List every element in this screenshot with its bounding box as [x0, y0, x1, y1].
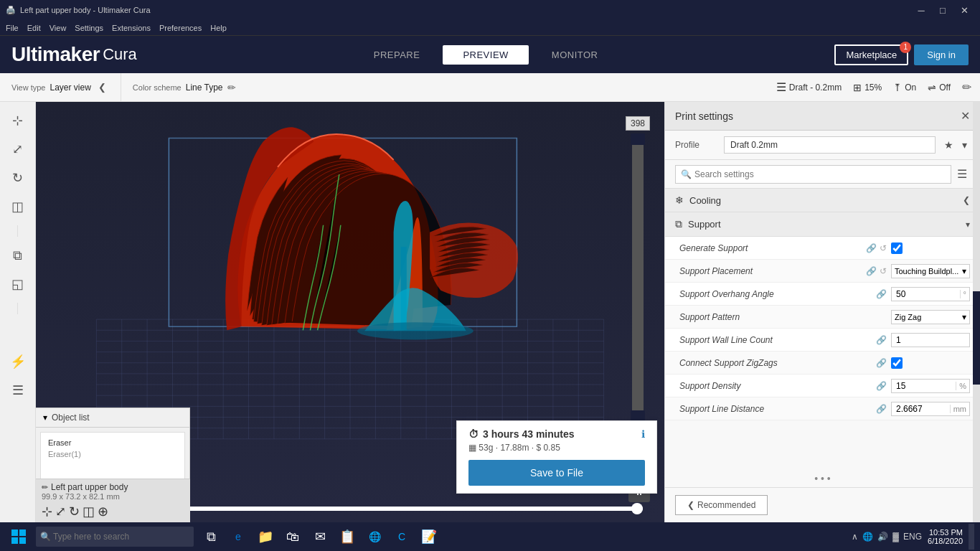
- obj-mirror-btn[interactable]: ◫: [83, 504, 95, 519]
- start-button[interactable]: [6, 524, 32, 550]
- scrollbar-track[interactable]: [973, 102, 980, 522]
- generate-support-checkbox[interactable]: [891, 242, 903, 254]
- tray-chevron[interactable]: ∧: [852, 532, 858, 542]
- show-desktop-button[interactable]: [969, 524, 974, 550]
- menu-settings[interactable]: Settings: [75, 24, 103, 32]
- overhang-angle-link-icon[interactable]: 🔗: [876, 289, 887, 299]
- generate-support-reset-icon[interactable]: ↺: [880, 243, 887, 253]
- toolbar-edit-button[interactable]: ✏: [962, 80, 971, 94]
- left-sidebar: ⊹ ⤢ ↻ ◫ ⧉ ◱ ⚡ ☰: [0, 102, 36, 522]
- toolbar-right: ☰ Draft - 0.2mm ⊞ 15% ⤒ On ⇌ Off ✏: [768, 80, 980, 94]
- obj-duplicate-btn[interactable]: ⊕: [98, 504, 108, 519]
- marketplace-button[interactable]: Marketplace 1: [834, 44, 908, 65]
- profile-dropdown-button[interactable]: ▾: [959, 138, 970, 152]
- view-type-section: View type Layer view ❮: [0, 73, 121, 101]
- close-settings-button[interactable]: ✕: [961, 109, 970, 123]
- line-distance-link-icon[interactable]: 🔗: [876, 404, 887, 414]
- cooling-section-header[interactable]: ❄ Cooling ❮: [665, 189, 980, 212]
- support-placement-link-icon[interactable]: 🔗: [866, 266, 877, 276]
- menu-file[interactable]: File: [6, 24, 19, 32]
- obj-rotate-btn[interactable]: ↻: [69, 504, 80, 519]
- taskbar-time-display[interactable]: 10:53 PM 6/18/2020: [928, 528, 963, 545]
- taskbar-chrome[interactable]: 🌐: [362, 524, 387, 550]
- sidebar-objlist-btn[interactable]: ☰: [5, 377, 31, 403]
- sidebar-rotate-btn[interactable]: ↻: [5, 165, 31, 191]
- nav-monitor[interactable]: MONITOR: [532, 45, 618, 65]
- estimate-time-row: ⏱ 3 hours 43 minutes ℹ: [468, 428, 645, 440]
- line-distance-input[interactable]: [892, 402, 950, 415]
- nav-right-actions: Marketplace 1 Sign in: [834, 44, 969, 65]
- wall-line-count-input[interactable]: [891, 333, 970, 347]
- view-type-chevron[interactable]: ❮: [95, 80, 109, 94]
- close-button[interactable]: ✕: [954, 2, 974, 18]
- resize-handle[interactable]: • • •: [665, 470, 980, 487]
- sidebar-scale-btn[interactable]: ⤢: [5, 136, 31, 162]
- estimate-details: ▦ 53g · 17.88m · $ 0.85: [468, 443, 645, 453]
- connect-zigzags-link-icon[interactable]: 🔗: [876, 358, 887, 368]
- scrollbar-thumb[interactable]: [973, 291, 980, 385]
- object-list-header[interactable]: ▾ Object list: [36, 408, 189, 428]
- recommended-label: Recommended: [697, 500, 755, 510]
- layer-slider-top-thumb[interactable]: [631, 133, 645, 145]
- save-to-file-button[interactable]: Save to File: [468, 460, 645, 486]
- menu-help[interactable]: Help: [210, 24, 227, 32]
- support-pattern-dropdown[interactable]: Zig Zag ▾: [891, 310, 970, 324]
- taskbar-search-input[interactable]: [36, 527, 194, 547]
- signin-button[interactable]: Sign in: [914, 44, 969, 65]
- main-content: ⊹ ⤢ ↻ ◫ ⧉ ◱ ⚡ ☰: [0, 102, 980, 522]
- taskbar-sticky2[interactable]: 📝: [416, 524, 442, 550]
- setting-row-connect-zigzags: Connect Support ZigZags 🔗: [665, 352, 980, 375]
- nav-prepare[interactable]: PREPARE: [354, 45, 440, 65]
- tray-speaker[interactable]: 🔊: [877, 532, 888, 542]
- object-list-item-1[interactable]: Eraser: [45, 437, 180, 448]
- support-base: [357, 322, 473, 339]
- object-list-item-2[interactable]: Eraser(1): [45, 448, 180, 460]
- tray-network[interactable]: 🌐: [862, 532, 873, 542]
- sidebar-mirror-btn[interactable]: ◫: [5, 194, 31, 220]
- taskbar-search-wrap: 🔍: [36, 527, 194, 547]
- maximize-button[interactable]: □: [933, 2, 953, 18]
- profile-star-button[interactable]: ★: [941, 138, 956, 152]
- connect-zigzags-checkbox[interactable]: [891, 357, 903, 369]
- estimate-info-button[interactable]: ℹ: [641, 428, 645, 440]
- search-menu-button[interactable]: ☰: [954, 164, 970, 184]
- taskbar-store[interactable]: 🛍: [280, 524, 306, 550]
- wall-line-count-icons: 🔗: [876, 335, 887, 345]
- sidebar-layers-btn[interactable]: ⚡: [5, 349, 31, 375]
- settings-content: ❄ Cooling ❮ ⧉ Support ▾ Generate Support…: [665, 189, 980, 470]
- obj-scale-btn[interactable]: ⤢: [55, 504, 66, 519]
- overhang-angle-input[interactable]: [892, 288, 960, 301]
- support-density-input[interactable]: [892, 380, 956, 392]
- nav-preview[interactable]: PREVIEW: [443, 45, 528, 65]
- menu-extensions[interactable]: Extensions: [112, 24, 151, 32]
- support-placement-reset-icon[interactable]: ↺: [880, 266, 887, 276]
- recommended-button[interactable]: ❮ Recommended: [675, 495, 768, 515]
- wall-line-count-link-icon[interactable]: 🔗: [876, 335, 887, 345]
- svg-rect-37: [19, 529, 26, 536]
- minimize-button[interactable]: ─: [911, 2, 931, 18]
- taskbar-sticky[interactable]: 📋: [334, 524, 360, 550]
- taskbar-edge[interactable]: e: [225, 524, 251, 550]
- search-settings-input[interactable]: [675, 165, 951, 184]
- generate-support-link-icon[interactable]: 🔗: [866, 243, 877, 253]
- profile-select[interactable]: Draft 0.2mm: [724, 136, 936, 154]
- timeline-thumb[interactable]: [631, 503, 643, 514]
- taskbar-mail[interactable]: ✉: [307, 524, 333, 550]
- recommended-chevron-icon: ❮: [687, 500, 694, 510]
- taskbar-task-view[interactable]: ⧉: [198, 524, 224, 550]
- support-density-link-icon[interactable]: 🔗: [876, 381, 887, 391]
- taskbar-cura[interactable]: C: [389, 524, 415, 550]
- sidebar-support-btn[interactable]: ⧉: [5, 242, 31, 268]
- taskbar-explorer[interactable]: 📁: [253, 524, 278, 550]
- support-section-header[interactable]: ⧉ Support ▾: [665, 212, 980, 237]
- menu-edit[interactable]: Edit: [27, 24, 41, 32]
- color-scheme-edit[interactable]: ✏: [227, 82, 236, 93]
- menu-preferences[interactable]: Preferences: [159, 24, 202, 32]
- obj-move-btn[interactable]: ⊹: [42, 504, 52, 519]
- sidebar-permodel-btn[interactable]: ◱: [5, 271, 31, 297]
- menu-view[interactable]: View: [50, 24, 67, 32]
- settings-panel-title: Print settings: [675, 110, 733, 122]
- support-pattern-label: Support Pattern: [679, 312, 887, 322]
- support-placement-dropdown[interactable]: Touching Buildpl... ▾: [891, 264, 970, 278]
- sidebar-move-btn[interactable]: ⊹: [5, 108, 31, 133]
